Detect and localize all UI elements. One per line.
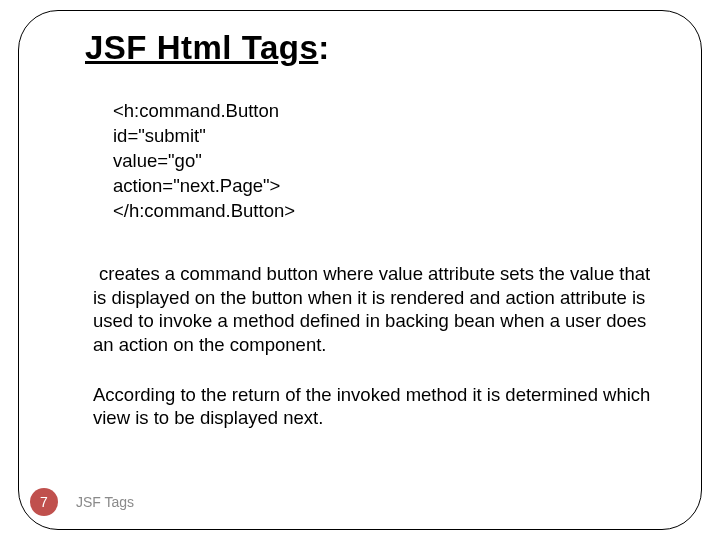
code-line: id="submit" (113, 124, 655, 149)
code-line: <h:command.Button (113, 99, 655, 124)
title-colon: : (318, 29, 330, 66)
code-line: value="go" (113, 149, 655, 174)
slide-title: JSF Html Tags: (85, 29, 655, 67)
page-number-badge: 7 (30, 488, 58, 516)
footer-label: JSF Tags (76, 494, 134, 510)
paragraph-description: creates a command button where value att… (93, 262, 651, 357)
title-text: JSF Html Tags (85, 29, 318, 66)
code-line: action="next.Page"> (113, 174, 655, 199)
slide-footer: 7 JSF Tags (0, 488, 134, 516)
slide-frame: JSF Html Tags: <h:command.Button id="sub… (18, 10, 702, 530)
paragraph-note: According to the return of the invoked m… (93, 383, 651, 430)
code-block: <h:command.Button id="submit" value="go"… (113, 99, 655, 224)
code-line: </h:command.Button> (113, 199, 655, 224)
